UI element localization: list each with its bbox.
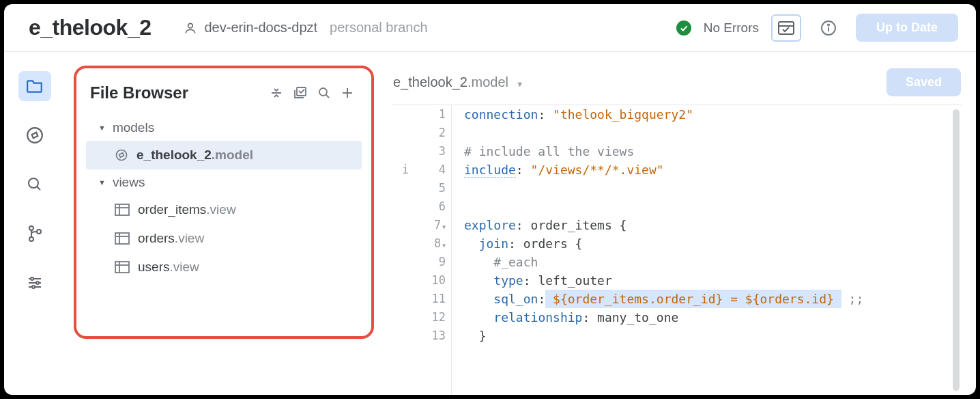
scrollbar[interactable] [953,109,960,391]
file-label: orders.view [138,231,204,246]
svg-point-21 [319,88,327,96]
svg-point-10 [29,226,33,230]
folder-views[interactable]: ▼ views [86,169,362,195]
branch-picker[interactable]: dev-erin-docs-dpzt personal branch [184,20,427,36]
svg-rect-30 [115,233,129,244]
svg-point-0 [188,23,193,28]
user-icon [184,21,197,35]
view-file-icon [115,204,130,216]
file-browser-nav-icon[interactable] [18,71,51,101]
file-model-selected[interactable]: e_thelook_2.model [86,141,362,169]
file-label: order_items.view [138,202,236,217]
code-content[interactable]: connection: "thelook_bigquery2" # includ… [452,105,962,395]
branch-name: dev-erin-docs-dpzt [204,20,317,36]
search-nav-icon[interactable] [18,169,51,200]
file-label: users.view [138,260,199,275]
file-view[interactable]: users.view [86,253,362,281]
chevron-down-icon: ▼ [516,80,523,88]
gutter-info: i [392,105,419,395]
svg-rect-27 [115,204,129,215]
file-view[interactable]: order_items.view [86,195,362,224]
uptodate-button[interactable]: Up to Date [856,14,958,42]
explore-nav-icon[interactable] [18,120,51,150]
view-file-icon [115,232,130,245]
svg-marker-26 [119,153,124,158]
file-view[interactable]: orders.view [86,224,362,253]
svg-point-25 [117,150,127,161]
file-browser-title: File Browser [90,83,270,102]
svg-point-8 [29,178,38,188]
svg-point-17 [36,281,39,284]
folder-label: models [113,120,154,135]
search-icon[interactable] [318,87,330,99]
svg-point-5 [828,24,829,25]
no-errors-label: No Errors [704,20,759,36]
svg-line-9 [37,187,40,190]
svg-rect-20 [297,87,306,96]
folder-models[interactable]: ▼ models [86,115,362,141]
svg-marker-7 [32,133,38,139]
svg-point-6 [27,128,42,143]
info-button[interactable] [813,14,844,42]
svg-point-12 [37,230,41,234]
success-check-icon [676,20,691,36]
left-rail [4,52,66,395]
svg-point-18 [32,286,35,288]
svg-line-22 [326,95,329,98]
saved-button[interactable]: Saved [887,68,961,96]
editor-panel: e_thelook_2.model ▼ Saved i 1 2 3 4 5 6 … [374,52,976,395]
svg-point-11 [29,237,33,241]
validate-button[interactable] [771,14,801,42]
svg-rect-1 [779,22,794,34]
project-name: e_thelook_2 [29,15,151,40]
git-nav-icon[interactable] [18,219,51,249]
bulk-check-icon[interactable] [293,87,307,99]
settings-nav-icon[interactable] [18,268,51,298]
model-file-icon [115,148,128,162]
svg-rect-33 [115,262,129,273]
chevron-down-icon: ▼ [98,178,106,187]
view-file-icon [115,261,130,273]
editor-tab[interactable]: e_thelook_2.model ▼ [393,74,523,90]
code-editor[interactable]: i 1 2 3 4 5 6 7▼ 8▼ 9 10 11 12 13 [392,105,962,395]
svg-point-16 [31,277,33,280]
folder-label: views [113,175,145,190]
file-browser-panel: File Browser ▼ models e_thelook_2.model … [74,66,374,339]
branch-hint: personal branch [330,20,427,36]
header-bar: e_thelook_2 dev-erin-docs-dpzt personal … [4,4,976,52]
collapse-icon[interactable] [270,87,283,99]
add-icon[interactable] [341,87,354,99]
gutter-lines: 1 2 3 4 5 6 7▼ 8▼ 9 10 11 12 13 [419,105,452,395]
chevron-down-icon: ▼ [98,124,106,132]
file-label: e_thelook_2.model [136,148,253,163]
